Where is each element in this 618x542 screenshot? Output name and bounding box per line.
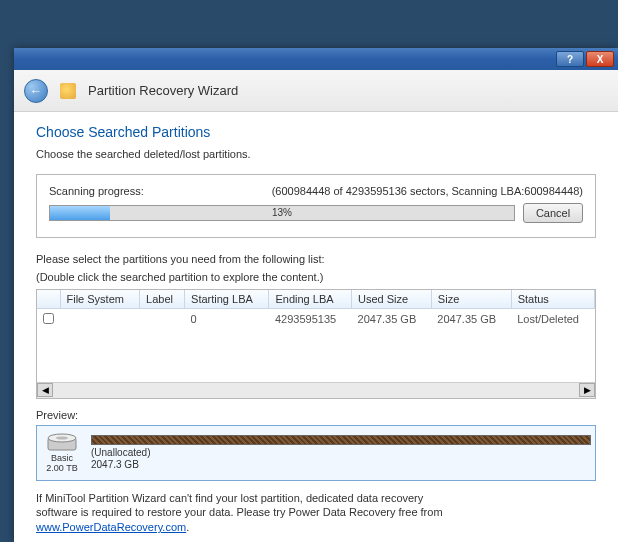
progress-percent: 13%	[272, 206, 292, 220]
disk-preview-right: (Unallocated) 2047.3 GB	[91, 435, 591, 471]
cell-size: 2047.35 GB	[431, 308, 511, 330]
wizard-header: ← Partition Recovery Wizard	[14, 70, 618, 112]
page-title: Choose Searched Partitions	[36, 124, 596, 140]
col-used-size[interactable]: Used Size	[352, 290, 432, 309]
back-button[interactable]: ←	[24, 79, 48, 103]
cell-label	[140, 308, 185, 330]
preview-box: Basic 2.00 TB (Unallocated) 2047.3 GB	[36, 425, 596, 481]
wizard-title: Partition Recovery Wizard	[88, 83, 238, 98]
scroll-right-arrow-icon[interactable]: ▶	[579, 383, 595, 397]
progress-group: Scanning progress: (600984448 of 4293595…	[36, 174, 596, 238]
cell-start-lba: 0	[185, 308, 269, 330]
footer-note: If MiniTool Partition Wizard can't find …	[36, 491, 596, 536]
progress-fill	[50, 206, 110, 220]
help-button[interactable]: ?	[556, 51, 584, 67]
scroll-left-arrow-icon[interactable]: ◀	[37, 383, 53, 397]
col-label[interactable]: Label	[140, 290, 185, 309]
footer-note-line1: If MiniTool Partition Wizard can't find …	[36, 492, 423, 504]
cell-end-lba: 4293595135	[269, 308, 352, 330]
page-subtitle: Choose the searched deleted/lost partiti…	[36, 148, 596, 160]
partitions-table-wrap: File System Label Starting LBA Ending LB…	[36, 289, 596, 399]
back-arrow-icon: ←	[30, 84, 42, 98]
hdd-icon	[47, 432, 77, 452]
progress-status: (600984448 of 4293595136 sectors, Scanni…	[272, 185, 583, 197]
cell-status: Lost/Deleted	[511, 308, 594, 330]
col-filesystem[interactable]: File System	[60, 290, 140, 309]
disk-type-label: Basic	[41, 453, 83, 463]
preview-label: Preview:	[36, 409, 596, 421]
title-bar: ? X	[14, 48, 618, 70]
col-end-lba[interactable]: Ending LBA	[269, 290, 352, 309]
cancel-scan-button[interactable]: Cancel	[523, 203, 583, 223]
disk-usage-bar	[91, 435, 591, 445]
close-button[interactable]: X	[586, 51, 614, 67]
cell-used-size: 2047.35 GB	[352, 308, 432, 330]
table-row[interactable]: 0 4293595135 2047.35 GB 2047.35 GB Lost/…	[37, 308, 595, 330]
cell-filesystem	[60, 308, 140, 330]
col-status[interactable]: Status	[511, 290, 594, 309]
disk-size-label: 2.00 TB	[41, 463, 83, 473]
partitions-table: File System Label Starting LBA Ending LB…	[37, 290, 595, 330]
footer-link[interactable]: www.PowerDataRecovery.com	[36, 521, 186, 533]
instruction-line-1: Please select the partitions you need fr…	[36, 252, 596, 266]
col-size[interactable]: Size	[431, 290, 511, 309]
footer-note-line2: software is required to restore your dat…	[36, 506, 443, 518]
progress-bar: 13%	[49, 205, 515, 221]
svg-point-2	[56, 436, 68, 439]
wizard-icon	[60, 83, 76, 99]
instruction-line-2: (Double click the searched partition to …	[36, 270, 596, 284]
progress-label: Scanning progress:	[49, 185, 144, 197]
disk-icon: Basic 2.00 TB	[41, 432, 83, 473]
col-checkbox[interactable]	[37, 290, 60, 309]
horizontal-scrollbar[interactable]: ◀ ▶	[37, 382, 595, 398]
scroll-track[interactable]	[53, 383, 579, 397]
table-header-row: File System Label Starting LBA Ending LB…	[37, 290, 595, 309]
col-start-lba[interactable]: Starting LBA	[185, 290, 269, 309]
partition-alloc-label: (Unallocated)	[91, 447, 591, 459]
wizard-window: ? X ← Partition Recovery Wizard Choose S…	[14, 48, 618, 542]
row-checkbox[interactable]	[43, 313, 54, 324]
partition-alloc-size: 2047.3 GB	[91, 459, 591, 471]
content-area: Choose Searched Partitions Choose the se…	[14, 112, 618, 542]
